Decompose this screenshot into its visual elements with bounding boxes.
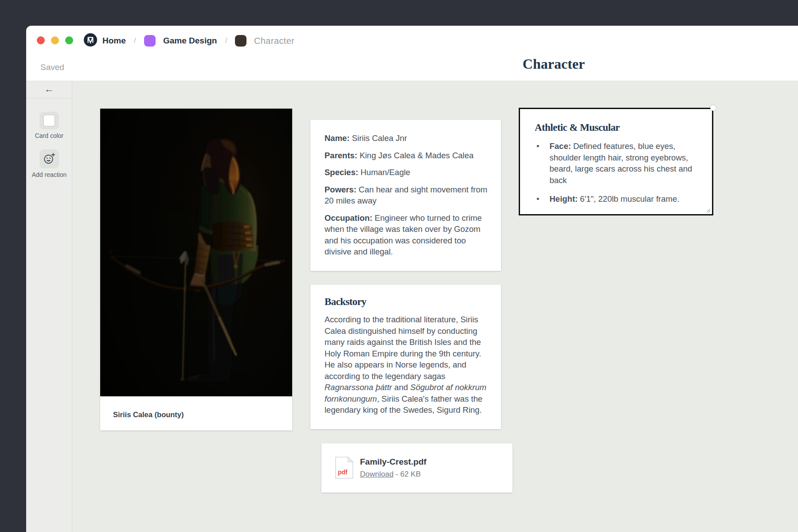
svg-text:pdf: pdf — [338, 469, 348, 476]
